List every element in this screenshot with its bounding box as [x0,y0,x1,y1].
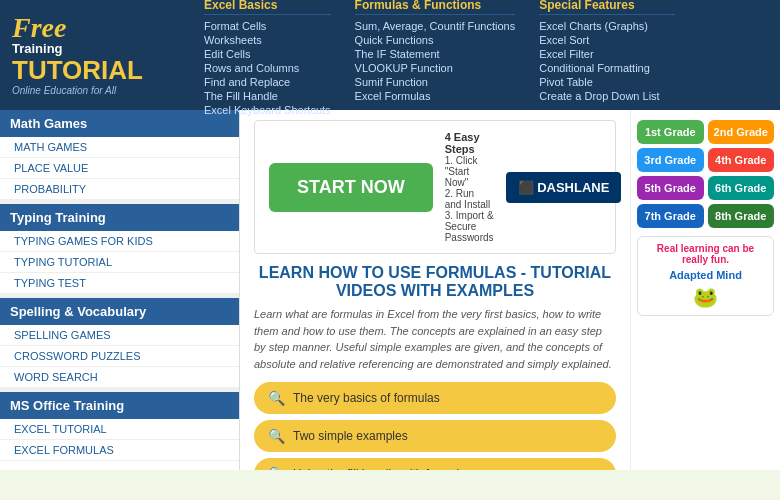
main-layout: Math Games MATH GAMES PLACE VALUE PROBAB… [0,110,780,470]
grade-btn-6[interactable]: 6th Grade [708,176,775,200]
page-title: LEARN HOW TO USE FORMULAS - TUTORIAL VID… [254,264,616,300]
sidebar-header-spelling: Spelling & Vocabulary [0,298,239,325]
nav-link-charts[interactable]: Excel Charts (Graphs) [539,19,675,33]
sidebar-item-place-value[interactable]: PLACE VALUE [0,158,239,179]
header: Free Training TUTORIAL Online Education … [0,0,780,110]
nav-col-title-formulas: Formulas & Functions [355,0,516,15]
ad-banner: START NOW 4 Easy Steps 1. Click "Start N… [254,120,616,254]
nav-link-fill-handle[interactable]: The Fill Handle [204,89,331,103]
lesson-label-1: Two simple examples [293,429,408,443]
sidebar-item-typing-tutorial[interactable]: TYPING TUTORIAL [0,252,239,273]
nav-columns: Excel Basics Format Cells Worksheets Edi… [192,0,768,123]
lesson-icon-1: 🔍 [268,428,285,444]
logo-tagline: Online Education for All [12,85,192,96]
nav-link-find-replace[interactable]: Find and Replace [204,75,331,89]
nav-link-filter[interactable]: Excel Filter [539,47,675,61]
adapted-mind-ad: Real learning can be really fun. Adapted… [637,236,774,316]
nav-link-worksheets[interactable]: Worksheets [204,33,331,47]
ad-step-3: 3. Import & Secure Passwords [445,210,494,243]
nav-col-excel-basics: Excel Basics Format Cells Worksheets Edi… [192,0,343,123]
dashlane-logo[interactable]: ⬛ DASHLANE [506,172,622,203]
nav-link-quick-functions[interactable]: Quick Functions [355,33,516,47]
lesson-icon-2: 🔍 [268,466,285,470]
nav-link-conditional[interactable]: Conditional Formatting [539,61,675,75]
sidebar-item-spelling-games[interactable]: SPELLING GAMES [0,325,239,346]
nav-link-sumif[interactable]: Sumif Function [355,75,516,89]
nav-link-excel-formulas[interactable]: Excel Formulas [355,89,516,103]
sidebar-item-typing-test[interactable]: TYPING TEST [0,273,239,294]
nav-link-dropdown[interactable]: Create a Drop Down List [539,89,675,103]
ad-steps-title: 4 Easy Steps [445,131,494,155]
nav-col-special: Special Features Excel Charts (Graphs) E… [527,0,687,109]
nav-link-if-statement[interactable]: The IF Statement [355,47,516,61]
grade-btn-4[interactable]: 4th Grade [708,148,775,172]
nav-link-sum-avg[interactable]: Sum, Average, Countif Functions [355,19,516,33]
adapted-mind-tagline: Real learning can be really fun. [644,243,767,265]
lesson-item-0[interactable]: 🔍 The very basics of formulas [254,382,616,414]
nav-link-rows-columns[interactable]: Rows and Columns [204,61,331,75]
nav-link-edit-cells[interactable]: Edit Cells [204,47,331,61]
sidebar-header-typing: Typing Training [0,204,239,231]
sidebar-item-probability[interactable]: PROBABILITY [0,179,239,200]
sidebar: Math Games MATH GAMES PLACE VALUE PROBAB… [0,110,240,470]
lesson-list: 🔍 The very basics of formulas 🔍 Two simp… [254,382,616,470]
nav-col-title-excel-basics: Excel Basics [204,0,331,15]
nav-col-title-special: Special Features [539,0,675,15]
sidebar-item-crossword[interactable]: CROSSWORD PUZZLES [0,346,239,367]
adapted-mind-brand: Adapted Mind [644,269,767,281]
grade-grid: 1st Grade 2nd Grade 3rd Grade 4th Grade … [637,120,774,228]
sidebar-item-typing-games[interactable]: TYPING GAMES FOR KIDS [0,231,239,252]
content-area: START NOW 4 Easy Steps 1. Click "Start N… [240,110,630,470]
ad-step-2: 2. Run and Install [445,188,494,210]
logo-tutorial: TUTORIAL [12,57,192,83]
nav-link-vlookup[interactable]: VLOOKUP Function [355,61,516,75]
ad-step-1: 1. Click "Start Now" [445,155,494,188]
start-now-button[interactable]: START NOW [269,163,433,212]
logo-free: Free [12,14,192,42]
right-column: 1st Grade 2nd Grade 3rd Grade 4th Grade … [630,110,780,470]
lesson-item-2[interactable]: 🔍 Using the fill handle with formulas [254,458,616,470]
grade-btn-8[interactable]: 8th Grade [708,204,775,228]
grade-btn-5[interactable]: 5th Grade [637,176,704,200]
sidebar-header-ms-office: MS Office Training [0,392,239,419]
nav-link-format-cells[interactable]: Format Cells [204,19,331,33]
adapted-mind-mascot: 🐸 [644,285,767,309]
lesson-item-1[interactable]: 🔍 Two simple examples [254,420,616,452]
ad-steps: 4 Easy Steps 1. Click "Start Now" 2. Run… [445,131,494,243]
lesson-icon-0: 🔍 [268,390,285,406]
page-description: Learn what are formulas in Excel from th… [254,306,616,372]
nav-col-formulas: Formulas & Functions Sum, Average, Count… [343,0,528,109]
logo: Free Training TUTORIAL Online Education … [12,14,192,95]
grade-btn-1[interactable]: 1st Grade [637,120,704,144]
nav-link-pivot[interactable]: Pivot Table [539,75,675,89]
grade-btn-2[interactable]: 2nd Grade [708,120,775,144]
grade-btn-7[interactable]: 7th Grade [637,204,704,228]
sidebar-item-math-games[interactable]: MATH GAMES [0,137,239,158]
sidebar-item-excel-tutorial[interactable]: EXCEL TUTORIAL [0,419,239,440]
sidebar-item-word-search[interactable]: WORD SEARCH [0,367,239,388]
lesson-label-2: Using the fill handle with formulas [293,467,472,470]
nav-link-sort[interactable]: Excel Sort [539,33,675,47]
grade-btn-3[interactable]: 3rd Grade [637,148,704,172]
lesson-label-0: The very basics of formulas [293,391,440,405]
sidebar-item-excel-formulas[interactable]: EXCEL FORMULAS [0,440,239,461]
nav-link-keyboard-shortcuts[interactable]: Excel Keyboard Shortcuts [204,103,331,117]
